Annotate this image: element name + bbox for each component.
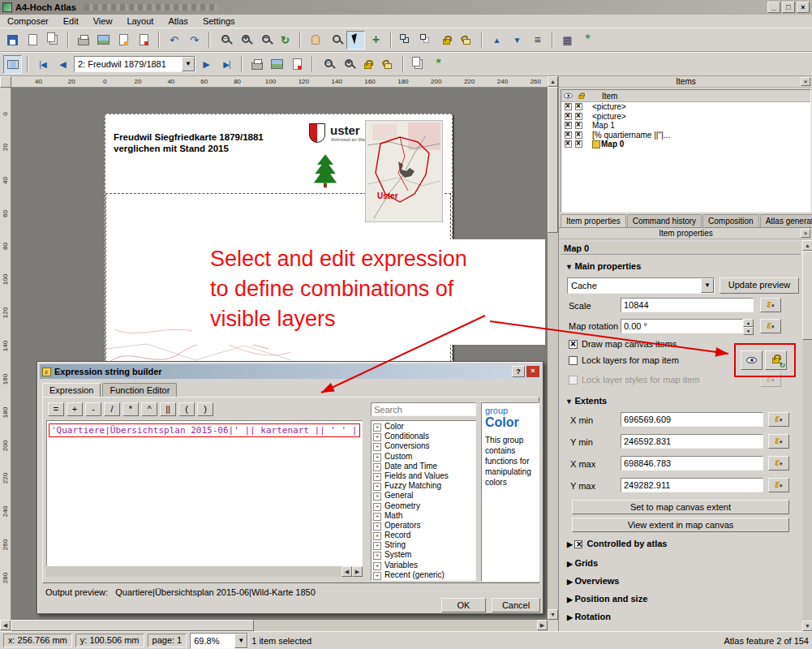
page-options-icon[interactable]: [409, 55, 427, 74]
zoom-combo[interactable]: 69.8% ▼: [190, 633, 248, 649]
minimize-button[interactable]: _: [767, 2, 780, 13]
xmin-expression-button[interactable]: [768, 412, 789, 427]
items-panel-close-icon[interactable]: ×: [801, 77, 810, 86]
function-group-item[interactable]: Fuzzy Matching: [372, 481, 475, 491]
scale-input[interactable]: [621, 298, 754, 312]
export-atlas-pdf-icon[interactable]: [288, 55, 307, 74]
menu-item[interactable]: Composer: [0, 15, 56, 27]
expression-hscrollbar[interactable]: ◀ ▶: [46, 566, 363, 577]
update-preview-button[interactable]: Update preview: [720, 277, 799, 294]
draw-canvas-items-checkbox[interactable]: [569, 340, 578, 349]
previous-feature-icon[interactable]: [54, 55, 72, 74]
spin-down-icon[interactable]: ▼: [743, 327, 754, 335]
zoom-in-icon[interactable]: [235, 31, 254, 49]
item-row[interactable]: <picture>: [561, 102, 810, 112]
lock-styles-icon[interactable]: [379, 55, 397, 74]
function-group-item[interactable]: Recent (generic): [372, 570, 475, 580]
spin-up-icon[interactable]: ▲: [743, 319, 754, 327]
main-properties-header[interactable]: Main properties: [565, 261, 641, 271]
expression-editor[interactable]: 'Quartiere|Übersichtsplan 2015-06|' || k…: [46, 420, 363, 566]
lower-items-icon[interactable]: [508, 31, 526, 49]
print-icon[interactable]: [74, 31, 92, 49]
function-group-item[interactable]: String: [372, 540, 475, 550]
menu-item[interactable]: Atlas: [161, 15, 195, 27]
function-group-item[interactable]: Geometry: [372, 501, 475, 511]
scale-expression-button[interactable]: [760, 298, 781, 312]
collapsed-section-header[interactable]: Overviews: [565, 576, 647, 594]
pan-icon[interactable]: [306, 31, 324, 49]
function-group-item[interactable]: Variables: [372, 561, 475, 570]
tab-command-history[interactable]: Command history: [627, 214, 702, 227]
print-atlas-icon[interactable]: [247, 55, 266, 74]
scroll-up-icon[interactable]: ▲: [548, 76, 558, 87]
operator-button[interactable]: ): [197, 402, 213, 416]
composition-manager-icon[interactable]: [44, 31, 62, 49]
rotation-spinner[interactable]: ▲ ▼: [743, 319, 754, 333]
item-visibility-checkbox[interactable]: [565, 113, 572, 120]
combo-dropdown-icon[interactable]: ▼: [234, 634, 247, 648]
operator-button[interactable]: /: [104, 402, 120, 416]
operator-button[interactable]: ^: [141, 402, 157, 416]
ymax-input[interactable]: [621, 478, 763, 492]
combo-dropdown-icon[interactable]: ▼: [701, 278, 714, 293]
export-pdf-icon[interactable]: [135, 31, 153, 49]
rotation-expression-button[interactable]: [760, 319, 781, 333]
xmax-expression-button[interactable]: [768, 456, 789, 471]
last-feature-icon[interactable]: [217, 55, 236, 74]
combo-dropdown-icon[interactable]: ▼: [182, 57, 195, 71]
atlas-preview-icon[interactable]: [3, 55, 22, 74]
layers-expression-button[interactable]: ↻: [765, 350, 787, 370]
operator-button[interactable]: (: [178, 402, 195, 416]
menu-item[interactable]: Settings: [195, 15, 243, 27]
align-items-icon[interactable]: [528, 31, 547, 49]
zoom-full-icon[interactable]: [318, 55, 337, 74]
ymin-expression-button[interactable]: [768, 434, 789, 449]
atlas-settings-icon[interactable]: [429, 55, 448, 74]
item-visibility-checkbox[interactable]: [565, 103, 572, 110]
raise-items-icon[interactable]: [488, 31, 506, 49]
item-lock-checkbox[interactable]: [575, 131, 582, 139]
scroll-right-icon[interactable]: ▶: [352, 566, 363, 577]
export-atlas-image-icon[interactable]: [268, 55, 286, 74]
lock-items-icon[interactable]: [437, 31, 456, 49]
zoom-full-icon[interactable]: [215, 31, 234, 49]
function-group-item[interactable]: Record: [372, 531, 475, 540]
xmax-input[interactable]: [621, 456, 763, 471]
scroll-right-icon[interactable]: ▶: [537, 620, 548, 630]
ungroup-items-icon[interactable]: [417, 31, 436, 49]
lock-layers-checkbox[interactable]: [569, 356, 578, 365]
atlas-feature-combo[interactable]: 2: Freudwil 1879/1881 ▼: [74, 56, 195, 72]
item-visibility-checkbox[interactable]: [565, 131, 572, 139]
ymin-input[interactable]: [621, 434, 763, 449]
dock-scrollbar[interactable]: ▲ ▼: [802, 240, 812, 631]
function-group-item[interactable]: Math: [372, 511, 475, 521]
horizontal-scrollbar[interactable]: ◀ ▶: [0, 620, 548, 631]
collapsed-section-header[interactable]: Grids: [565, 558, 647, 576]
undo-icon[interactable]: [165, 31, 183, 49]
zoom-out-icon[interactable]: [256, 31, 274, 49]
function-search-input[interactable]: [371, 402, 476, 416]
first-feature-icon[interactable]: [33, 55, 52, 74]
tab-function-editor[interactable]: Function Editor: [102, 383, 177, 398]
scroll-left-icon[interactable]: ◀: [0, 620, 11, 630]
composer-settings-icon[interactable]: [578, 31, 597, 49]
scroll-down-icon[interactable]: ▼: [802, 621, 812, 631]
tab-item-properties[interactable]: Item properties: [561, 214, 626, 227]
item-visibility-checkbox[interactable]: [565, 122, 572, 129]
redo-icon[interactable]: [185, 31, 204, 49]
dock-scroll-thumb[interactable]: [802, 251, 812, 340]
function-group-item[interactable]: Date and Time: [372, 462, 475, 471]
ruler-corner-button[interactable]: [0, 76, 11, 88]
scroll-left-icon[interactable]: ◀: [342, 566, 352, 577]
tab-expression[interactable]: Expression: [42, 383, 101, 398]
tab-composition[interactable]: Composition: [702, 214, 759, 227]
vscroll-thumb[interactable]: [548, 87, 558, 233]
export-svg-icon[interactable]: [114, 31, 133, 49]
operator-button[interactable]: ||: [160, 402, 176, 416]
controlled-by-atlas-header[interactable]: Controlled by atlas: [565, 539, 667, 557]
operator-button[interactable]: *: [122, 402, 139, 416]
item-row[interactable]: <picture>: [561, 112, 810, 122]
new-composition-icon[interactable]: [24, 31, 42, 49]
visible-layers-button[interactable]: [741, 350, 763, 370]
item-table-icon[interactable]: [558, 31, 577, 49]
